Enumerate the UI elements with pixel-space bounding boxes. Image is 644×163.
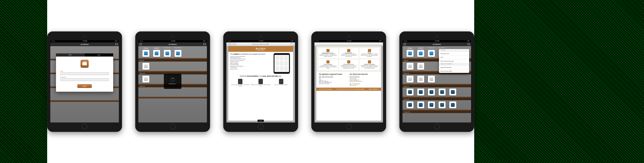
hero-ipad-icon	[274, 53, 290, 74]
tab-demo[interactable]: Demo	[56, 53, 85, 57]
feature-icon	[368, 49, 371, 52]
search-icon[interactable]	[115, 43, 118, 45]
nav-bar: Done ≡ Brochure urCollection (EN) ⇪	[226, 42, 295, 46]
action-icon[interactable]: ⇪	[291, 43, 294, 46]
document-page[interactable]: Management in real timeurCollection allo…	[316, 46, 381, 121]
doc-item[interactable]: BROCHURE v1.0	[174, 47, 182, 57]
brand-banner: ▣ urCollection always updated	[228, 46, 293, 52]
chart-icon	[165, 52, 169, 55]
page-icon	[144, 77, 148, 81]
doc-item[interactable]	[438, 89, 447, 95]
doc-item[interactable]: BROCHURE urCollection	[152, 47, 161, 57]
doc-item[interactable]	[438, 101, 447, 108]
login-button[interactable]: Log In	[77, 84, 92, 88]
doc-item[interactable]: BROCHURE urCollection	[416, 47, 425, 57]
doc-item[interactable]	[416, 89, 425, 95]
action-popover: OPTIONS Send by e-mail Print Open with e…	[439, 49, 469, 73]
popover-print[interactable]: Print	[439, 55, 469, 59]
document-page[interactable]: ▣ urCollection always updated The soluti…	[228, 46, 293, 121]
popover-related-doc[interactable]: app2U Presentation	[439, 65, 469, 69]
search-icon[interactable]	[203, 43, 206, 45]
tab-login[interactable]: Login	[85, 53, 113, 57]
feature-icon	[326, 60, 330, 63]
doc-item[interactable]: FOLLETO urCollection	[406, 47, 414, 57]
list-icon[interactable]: ≡	[233, 43, 236, 45]
ipad-shelf-popover: Carrier 12:00 AM 100% urCollection FOLLE…	[399, 31, 474, 132]
chart-icon	[176, 52, 180, 55]
doc-item[interactable]	[416, 101, 425, 108]
chart-icon	[144, 52, 148, 55]
nav-title: urCollection	[169, 43, 177, 45]
shelf-label-images[interactable]: Images (3)	[402, 111, 471, 113]
nav-bar: urCollection	[402, 42, 471, 46]
popover-open-external[interactable]: Open with external app	[439, 59, 469, 63]
loading-overlay: Getting data...	[164, 74, 181, 89]
status-bar: Carrier 12:00 AM 100%	[138, 40, 207, 42]
clients-heading: Our clients have improved:	[350, 73, 379, 75]
doc-item[interactable]	[448, 89, 457, 95]
nav-bar	[314, 42, 383, 46]
doc-item[interactable]	[406, 89, 414, 95]
doc-item[interactable]: FOLLETO v1.0	[427, 47, 436, 57]
ipad-shelf-loading: Carrier 12:00 AM 100% urCollection FOLLE…	[135, 31, 210, 132]
password-label: Password	[60, 76, 109, 78]
chart-icon	[408, 52, 412, 55]
popover-section: OPTIONS	[439, 49, 469, 52]
doc-item[interactable]	[448, 101, 457, 108]
login-modal: User Password Log In	[56, 57, 113, 92]
features-grid: Management in real timeurCollection allo…	[316, 46, 381, 72]
doc-item[interactable]	[142, 76, 150, 83]
done-button[interactable]: Done	[227, 43, 232, 45]
user-label: User	[60, 70, 109, 72]
ipad-login: Carrier 12:00 AM 100% urCollection Demo …	[47, 31, 122, 132]
chart-icon	[430, 52, 433, 55]
chart-icon	[155, 52, 158, 55]
page-indicator: 1 of 2	[258, 120, 264, 122]
popover-related-doc[interactable]: Brochure offset (EN)	[439, 69, 469, 73]
nav-title: urCollection	[80, 43, 89, 45]
ipad-brochure-1: Carrier 12:00 AM 100% Done ≡ Brochure ur…	[223, 31, 298, 132]
nav-bar: urCollection	[138, 42, 207, 46]
status-bar: Carrier 12:00 AM 100%	[226, 40, 295, 42]
shelf-label-iwork[interactable]: iWork (3)	[402, 85, 471, 87]
nav-bar: urCollection	[50, 42, 119, 46]
popover-section: RELATED DOCUMENTS	[439, 63, 469, 65]
status-bar: Carrier 12:00 AM 100%	[50, 40, 119, 42]
doc-item[interactable]: FOLLETO v1.0	[163, 47, 172, 57]
doc-item[interactable]	[427, 89, 436, 95]
doc-item[interactable]	[406, 63, 414, 70]
settings-icon[interactable]	[140, 43, 142, 45]
doc-item[interactable]: FOLLETO urCollection	[142, 47, 150, 57]
doc-item[interactable]	[416, 63, 425, 70]
doc-item[interactable]	[406, 76, 414, 83]
feature-icon	[347, 60, 350, 63]
doc-item[interactable]	[427, 101, 436, 108]
doc-item[interactable]	[406, 101, 414, 108]
carrier: Carrier	[52, 41, 55, 42]
doc-title: Brochure urCollection (EN)	[253, 43, 269, 45]
app-logo-icon	[80, 60, 89, 68]
search-icon[interactable]	[468, 43, 470, 45]
login-tabs: Demo Login	[56, 53, 113, 57]
feature-icon	[368, 60, 371, 63]
popover-send-email[interactable]: Send by e-mail	[439, 52, 469, 55]
ipad-brochure-2: Carrier 12:00 AM 100% Management in real…	[311, 31, 386, 132]
settings-icon[interactable]	[404, 43, 406, 45]
loading-text: Getting data...	[169, 83, 176, 84]
page-icon	[144, 64, 148, 68]
clock: 12:00 AM	[82, 41, 87, 42]
shelf-label-videos[interactable]: Videos (2)	[402, 98, 471, 100]
headline-1: The solution to distribute and manage do…	[230, 53, 271, 55]
device-row: From management interface with document …	[228, 78, 293, 88]
formats-heading: The application supported formats:	[319, 73, 348, 75]
doc-item[interactable]	[142, 63, 150, 70]
doc-item[interactable]	[427, 76, 436, 83]
doc-item[interactable]	[416, 76, 425, 83]
feature-icon	[347, 49, 350, 52]
user-input[interactable]	[60, 72, 109, 75]
shelf-label-pdf[interactable]: PDF (5)	[138, 59, 207, 62]
status-bar: Carrier 12:00 AM 100%	[314, 40, 383, 42]
chart-icon	[419, 52, 423, 55]
battery: 100%	[115, 41, 118, 42]
password-input[interactable]	[60, 78, 109, 81]
